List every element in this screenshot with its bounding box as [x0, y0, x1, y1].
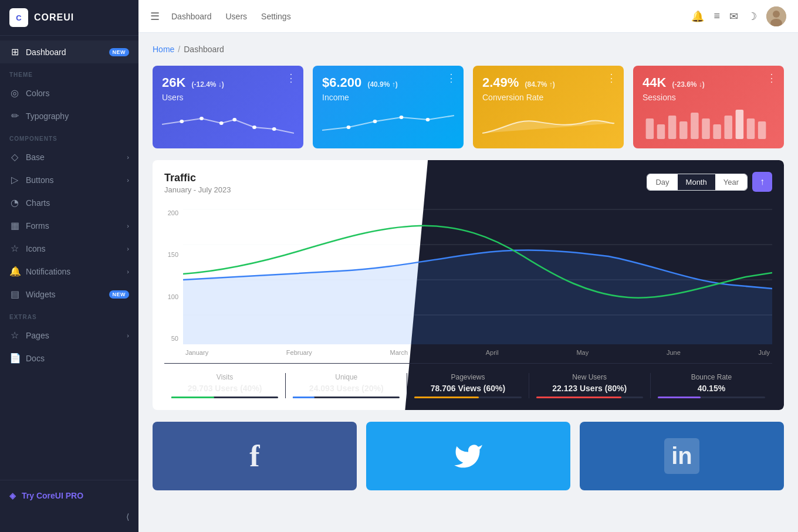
ts-value-pageviews: 78.706 Views (60%) [414, 384, 521, 393]
buttons-icon: ▷ [9, 174, 20, 185]
stat-more-users[interactable]: ⋮ [286, 73, 296, 83]
stat-label-sessions: Sessions [643, 93, 775, 102]
traffic-day-button[interactable]: Day [647, 174, 677, 190]
ts-label-unique: Unique [293, 373, 400, 381]
breadcrumb-separator: / [178, 45, 180, 54]
base-icon: ◇ [9, 151, 20, 162]
traffic-title: Traffic [164, 172, 231, 184]
social-card-facebook[interactable]: f [153, 422, 357, 490]
stat-change-income: (40.9% ↑) [367, 80, 397, 89]
list-icon[interactable]: ≡ [714, 10, 720, 22]
y-label-200: 200 [164, 209, 178, 216]
charts-icon: ◔ [9, 197, 20, 208]
sidebar-item-pages[interactable]: ☆ Pages › [0, 324, 138, 347]
header-actions: 🔔 ≡ ✉ ☽ [691, 6, 786, 26]
sidebar-item-docs[interactable]: 📄 Docs [0, 347, 138, 370]
breadcrumb-current: Dashboard [184, 45, 224, 54]
sidebar-item-forms[interactable]: ▦ Forms › [0, 214, 138, 237]
stat-more-conversion[interactable]: ⋮ [606, 73, 617, 83]
page-content: Home / Dashboard ⋮ 26K (-12.4% ↓) Users [138, 33, 798, 532]
stat-value-conversion: 2.49% (84.7% ↑) [482, 75, 614, 90]
stat-chart-income [322, 107, 454, 139]
traffic-stats: Visits 29.703 Users (40%) Unique 24.093 … [164, 363, 772, 398]
traffic-month-button[interactable]: Month [678, 174, 715, 190]
stat-card-income: ⋮ $6.200 (40.9% ↑) Income [313, 66, 464, 148]
stat-more-income[interactable]: ⋮ [446, 73, 457, 83]
x-label-jun: June [667, 349, 681, 356]
icons-icon: ☆ [9, 243, 20, 254]
traffic-title-block: Traffic January - July 2023 [164, 172, 231, 194]
header-nav-settings[interactable]: Settings [261, 12, 291, 21]
y-label-50: 50 [164, 335, 178, 342]
ts-label-bounce: Bounce Rate [658, 373, 765, 381]
traffic-year-button[interactable]: Year [715, 174, 747, 190]
sidebar-item-charts[interactable]: ◔ Charts [0, 191, 138, 214]
stat-chart-users [162, 107, 294, 139]
y-label-100: 100 [164, 293, 178, 300]
sidebar-item-buttons[interactable]: ▷ Buttons › [0, 168, 138, 191]
ts-bar-unique [293, 397, 400, 398]
traffic-stat-newusers: New Users 22.123 Users (80%) [529, 373, 651, 398]
try-pro-button[interactable]: ◈ Try CoreUI PRO [0, 485, 138, 506]
traffic-chart-svg [183, 204, 772, 344]
stat-label-income: Income [322, 93, 454, 102]
header-nav-users[interactable]: Users [226, 12, 248, 21]
svg-point-11 [400, 116, 404, 119]
mail-icon[interactable]: ✉ [729, 10, 738, 23]
stat-more-sessions[interactable]: ⋮ [766, 73, 777, 83]
traffic-header: Traffic January - July 2023 Day Month Ye… [164, 172, 772, 194]
social-row: f in [153, 422, 784, 490]
svg-point-8 [272, 127, 276, 131]
sidebar-item-notifications[interactable]: 🔔 Notifications › [0, 260, 138, 283]
sidebar-dashboard-label: Dashboard [26, 48, 66, 57]
ts-bar-pageviews [414, 397, 521, 398]
sidebar-item-widgets[interactable]: ▤ Widgets NEW [0, 283, 138, 306]
traffic-export-button[interactable]: ↑ [752, 172, 772, 192]
sidebar-item-typography[interactable]: ✏ Typography [0, 104, 138, 127]
svg-point-4 [200, 117, 204, 120]
svg-rect-20 [725, 116, 733, 139]
y-label-150: 150 [164, 251, 178, 258]
ts-bar-fill-newusers [536, 397, 622, 398]
logo-text: COREUI [34, 12, 74, 23]
sidebar-item-dashboard[interactable]: ⊞ Dashboard NEW [0, 40, 138, 63]
svg-point-10 [373, 120, 377, 123]
x-label-may: May [576, 349, 589, 356]
widgets-badge: NEW [109, 290, 130, 299]
traffic-stat-bounce: Bounce Rate 40.15% [651, 373, 772, 398]
sidebar-widgets-label: Widgets [26, 290, 56, 299]
menu-icon[interactable]: ☰ [150, 10, 160, 23]
sidebar-item-colors[interactable]: ◎ Colors [0, 82, 138, 104]
breadcrumb-home[interactable]: Home [153, 45, 174, 54]
notifications-icon: 🔔 [9, 266, 20, 277]
social-card-twitter[interactable] [366, 422, 570, 490]
x-label-jan: January [185, 349, 208, 356]
user-avatar[interactable] [766, 6, 786, 26]
forms-chevron-icon: › [127, 222, 129, 229]
stat-label-users: Users [162, 93, 294, 102]
stat-change-sessions: (-23.6% ↓) [672, 80, 704, 89]
traffic-subtitle: January - July 2023 [164, 185, 231, 194]
sidebar-item-icons[interactable]: ☆ Icons › [0, 237, 138, 260]
header-nav-dashboard[interactable]: Dashboard [171, 12, 212, 21]
traffic-stat-visits: Visits 29.703 Users (40%) [164, 373, 286, 398]
linkedin-icon: in [664, 438, 699, 474]
ts-bar-fill-pageviews [414, 397, 478, 398]
sidebar-collapse-button[interactable]: ⟨ [0, 506, 138, 527]
svg-point-6 [232, 118, 236, 121]
bell-icon[interactable]: 🔔 [691, 10, 704, 23]
sidebar-charts-label: Charts [26, 198, 50, 208]
docs-icon: 📄 [9, 353, 20, 364]
sidebar-item-base[interactable]: ◇ Base › [0, 145, 138, 168]
ts-label-pageviews: Pageviews [414, 373, 521, 381]
ts-value-visits: 29.703 Users (40%) [171, 384, 278, 393]
stat-label-conversion: Conversion Rate [482, 93, 614, 102]
sidebar-typography-label: Typography [26, 111, 69, 121]
breadcrumb: Home / Dashboard [153, 45, 784, 54]
theme-section-label: THEME [0, 63, 138, 82]
moon-icon[interactable]: ☽ [748, 10, 757, 23]
social-card-linkedin[interactable]: in [580, 422, 784, 490]
dashboard-badge: NEW [109, 48, 130, 56]
traffic-stat-unique: Unique 24.093 Users (20%) [286, 373, 407, 398]
pages-chevron-icon: › [127, 332, 129, 339]
